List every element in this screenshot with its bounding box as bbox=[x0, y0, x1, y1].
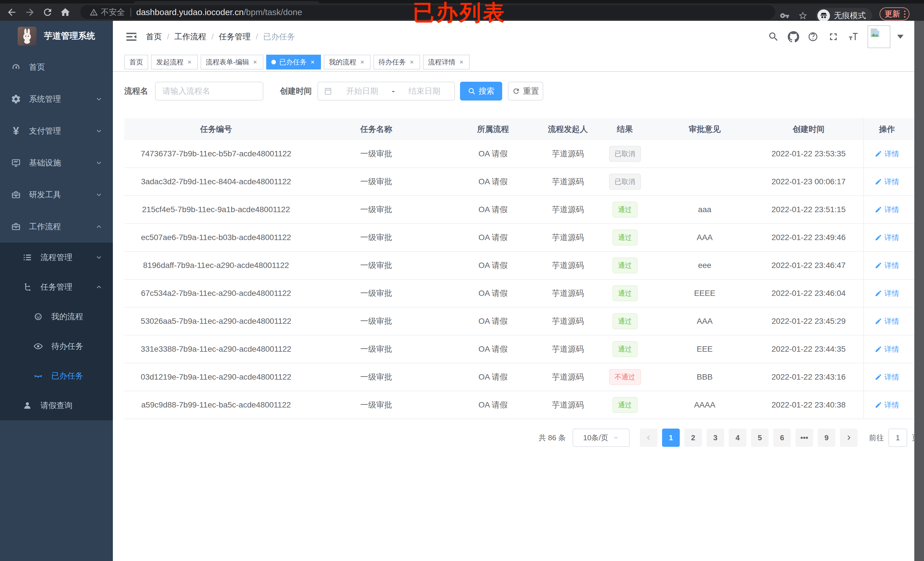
close-icon[interactable] bbox=[409, 59, 415, 65]
detail-link[interactable]: 详情 bbox=[875, 205, 899, 215]
bookmark-star-icon[interactable] bbox=[798, 11, 808, 21]
sidebar-item-todo-tasks[interactable]: 待办任务 bbox=[0, 332, 113, 361]
url-divider bbox=[130, 8, 131, 16]
detail-link[interactable]: 详情 bbox=[875, 289, 899, 298]
detail-link[interactable]: 详情 bbox=[875, 260, 899, 271]
close-icon[interactable] bbox=[309, 59, 316, 65]
list-icon bbox=[22, 252, 33, 263]
search-button[interactable]: 搜索 bbox=[460, 82, 502, 100]
sidebar-item-leave-query[interactable]: 请假查询 bbox=[0, 391, 113, 420]
detail-link[interactable]: 详情 bbox=[875, 233, 899, 242]
status-badge: 通过 bbox=[612, 397, 638, 413]
search-icon[interactable] bbox=[768, 31, 779, 42]
sidebar-item-my-process[interactable]: 我的流程 bbox=[0, 302, 113, 332]
broken-image-icon bbox=[869, 27, 880, 39]
chevron-up-icon bbox=[95, 283, 103, 291]
close-icon[interactable] bbox=[359, 59, 365, 65]
reset-button[interactable]: 重置 bbox=[508, 82, 543, 100]
detail-link[interactable]: 详情 bbox=[875, 400, 899, 410]
font-size-icon[interactable] bbox=[848, 31, 859, 42]
help-icon[interactable] bbox=[808, 31, 819, 42]
end-date-placeholder[interactable]: 结束日期 bbox=[395, 86, 454, 97]
eye-icon bbox=[33, 341, 44, 352]
start-date-placeholder[interactable]: 开始日期 bbox=[332, 86, 392, 97]
detail-link[interactable]: 详情 bbox=[875, 344, 899, 354]
chevron-down-icon bbox=[95, 254, 103, 261]
page-button-3[interactable]: 3 bbox=[706, 429, 724, 447]
goto-page-input[interactable] bbox=[888, 429, 907, 447]
sidebar-item-task-mgmt[interactable]: 任务管理 bbox=[0, 272, 113, 302]
tab-process-detail[interactable]: 流程详情 bbox=[423, 55, 470, 69]
password-key-icon[interactable] bbox=[780, 11, 789, 21]
security-label[interactable]: 不安全 bbox=[101, 7, 125, 18]
status-badge: 通过 bbox=[612, 285, 638, 301]
back-icon[interactable] bbox=[6, 7, 17, 18]
tab-done-tasks[interactable]: 已办任务 bbox=[266, 55, 321, 69]
avatar[interactable] bbox=[868, 25, 890, 48]
detail-link[interactable]: 详情 bbox=[875, 372, 899, 382]
logo-row[interactable]: 芋道管理系统 bbox=[0, 21, 113, 51]
github-icon[interactable] bbox=[788, 31, 799, 42]
browser-scrollbar[interactable] bbox=[914, 21, 924, 561]
page-button-5[interactable]: 5 bbox=[751, 429, 769, 447]
sidebar-item-home[interactable]: 首页 bbox=[0, 51, 113, 83]
date-range-picker[interactable]: 开始日期 - 结束日期 bbox=[318, 82, 455, 100]
active-dot bbox=[272, 60, 276, 64]
status-badge: 通过 bbox=[612, 313, 638, 329]
browser-menu-icon[interactable] bbox=[904, 10, 906, 18]
total-count: 共 86 条 bbox=[538, 433, 566, 443]
close-icon[interactable] bbox=[458, 59, 465, 65]
tab-start-process[interactable]: 发起流程 bbox=[151, 55, 198, 69]
table-row: 03d1219e-7b9a-11ec-a290-acde48001122 一级审… bbox=[124, 364, 919, 391]
page-button-1[interactable]: 1 bbox=[662, 429, 680, 447]
breadcrumb-task-mgmt[interactable]: 任务管理 bbox=[219, 31, 251, 42]
hamburger-icon[interactable] bbox=[125, 31, 137, 43]
breadcrumb-workflow[interactable]: 工作流程 bbox=[174, 31, 206, 42]
page-ellipsis[interactable]: ••• bbox=[795, 429, 813, 447]
page-button-2[interactable]: 2 bbox=[684, 429, 702, 447]
sidebar-item-payment[interactable]: ¥ 支付管理 bbox=[0, 115, 113, 147]
prev-page-button[interactable] bbox=[640, 429, 657, 447]
sidebar-item-devtools[interactable]: 研发工具 bbox=[0, 179, 113, 211]
home-icon[interactable] bbox=[60, 7, 70, 18]
browser-tab[interactable] bbox=[134, 1, 319, 3]
tab-form-edit[interactable]: 流程表单-编辑 bbox=[201, 55, 263, 69]
page-button-6[interactable]: 6 bbox=[773, 429, 791, 447]
edit-pencil-icon bbox=[875, 373, 882, 381]
sidebar-item-infra[interactable]: 基础设施 bbox=[0, 147, 113, 179]
edit-pencil-icon bbox=[875, 234, 882, 241]
detail-link[interactable]: 详情 bbox=[875, 149, 899, 159]
detail-link[interactable]: 详情 bbox=[875, 177, 899, 187]
breadcrumb-home[interactable]: 首页 bbox=[146, 31, 162, 42]
tags-view: 首页 发起流程 流程表单-编辑 已办任务 我的流程 待办任务 流程详情 bbox=[113, 53, 914, 72]
table-row: 331e3388-7b9a-11ec-a290-acde48001122 一级审… bbox=[124, 335, 919, 364]
avatar-caret-icon[interactable] bbox=[897, 35, 903, 39]
sidebar-item-process-mgmt[interactable]: 流程管理 bbox=[0, 242, 113, 272]
face-icon bbox=[33, 311, 44, 322]
sidebar-item-workflow[interactable]: 工作流程 bbox=[0, 211, 113, 242]
forward-icon[interactable] bbox=[24, 7, 35, 18]
sidebar-item-system[interactable]: 系统管理 bbox=[0, 83, 113, 115]
close-icon[interactable] bbox=[252, 59, 258, 65]
chevron-down-icon bbox=[95, 96, 103, 103]
tab-my-process[interactable]: 我的流程 bbox=[324, 55, 370, 69]
next-page-button[interactable] bbox=[840, 429, 858, 447]
page-size-select[interactable]: 10条/页 bbox=[573, 429, 630, 447]
detail-link[interactable]: 详情 bbox=[875, 316, 899, 326]
calendar-icon bbox=[324, 87, 332, 96]
fullscreen-icon[interactable] bbox=[828, 31, 839, 42]
tab-todo-tasks[interactable]: 待办任务 bbox=[374, 55, 420, 69]
reload-icon[interactable] bbox=[42, 7, 53, 18]
flow-tree-icon bbox=[22, 282, 33, 292]
chevron-left-icon bbox=[645, 434, 652, 441]
sidebar-item-done-tasks[interactable]: 已办任务 bbox=[0, 361, 113, 391]
page-button-4[interactable]: 4 bbox=[729, 429, 747, 447]
table-row: 67c534a2-7b9a-11ec-a290-acde48001122 一级审… bbox=[124, 280, 919, 308]
browser-update-button[interactable]: 更新 bbox=[879, 7, 909, 21]
process-name-input[interactable] bbox=[155, 82, 263, 100]
table-row: ec507ae6-7b9a-11ec-b03b-acde48001122 一级审… bbox=[124, 224, 919, 252]
status-badge: 不通过 bbox=[609, 369, 641, 385]
close-icon[interactable] bbox=[186, 59, 193, 65]
tab-home[interactable]: 首页 bbox=[124, 55, 148, 69]
page-button-9[interactable]: 9 bbox=[818, 429, 836, 447]
